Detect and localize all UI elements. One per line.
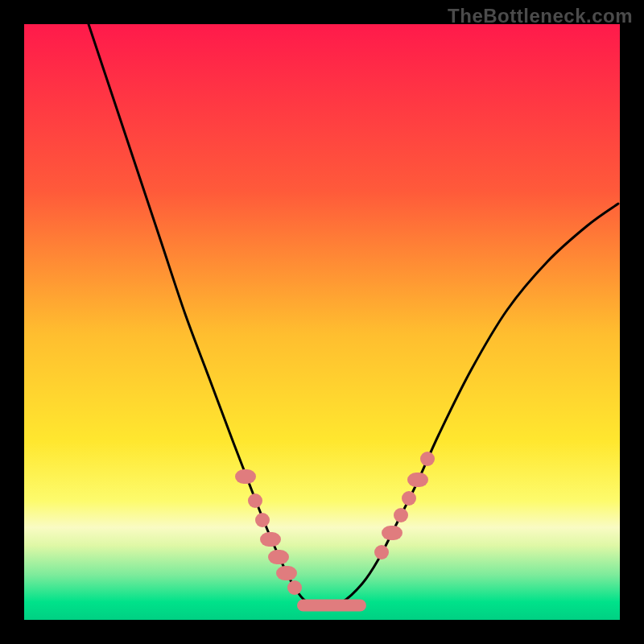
- curve-marker: [394, 508, 408, 522]
- curve-marker: [420, 452, 435, 466]
- curve-marker: [248, 493, 262, 508]
- watermark-text: TheBottleneck.com: [448, 5, 633, 27]
- bottleneck-curve: [24, 24, 620, 620]
- plot-area: [24, 24, 620, 620]
- curve-marker: [276, 566, 297, 580]
- curve-flat-segment: [297, 600, 366, 612]
- curve-marker: [407, 473, 428, 487]
- curve-marker: [235, 469, 256, 484]
- curve-marker: [268, 550, 289, 564]
- curve-marker: [287, 580, 302, 595]
- curve-marker: [374, 545, 389, 559]
- chart-stage: TheBottleneck.com: [0, 0, 644, 644]
- curve-marker: [382, 526, 402, 540]
- curve-marker: [260, 532, 281, 547]
- curve-marker: [255, 513, 270, 527]
- curve-marker: [402, 491, 416, 506]
